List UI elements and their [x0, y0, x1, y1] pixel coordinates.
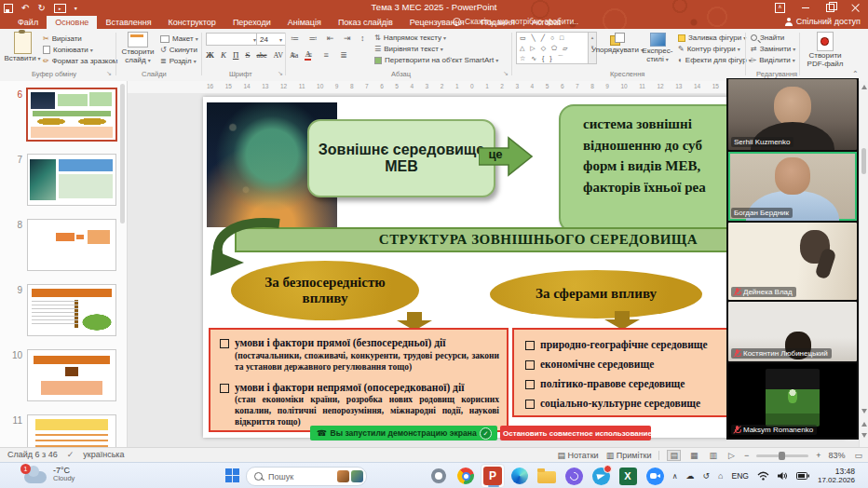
zoom-slider-knob[interactable] — [779, 452, 785, 460]
ellipse-left[interactable]: За безпосередністю впливу — [231, 261, 419, 320]
quick-styles-button[interactable]: Експрес- стилі — [639, 33, 676, 63]
text-direction-button[interactable]: ⇅Напрямок тексту — [374, 34, 446, 42]
select-button[interactable]: ⌲Виділити — [751, 56, 795, 64]
slide-thumbnail[interactable]: 7 — [0, 154, 127, 206]
close-button[interactable] — [843, 0, 868, 16]
slide-title-shape[interactable]: Зовнішнє середовище МЕВ — [307, 119, 495, 197]
slide-thumbnail[interactable]: 8 — [0, 219, 127, 271]
slide-preview[interactable] — [27, 219, 116, 271]
ribbon-tab[interactable]: Вставлення — [97, 16, 159, 29]
normal-view-button[interactable]: ▤ — [667, 450, 681, 461]
start-button[interactable] — [225, 468, 239, 482]
shape-outline-button[interactable]: ✎Контур фігури — [678, 45, 740, 53]
language-switcher[interactable]: ENG — [732, 471, 749, 481]
bullets-numbering-buttons[interactable]: ≔ ≕ ⇤ ⇥ ↕ — [291, 34, 369, 43]
clear-format-button[interactable]: abc — [256, 51, 266, 60]
slide-preview[interactable] — [27, 284, 116, 336]
minimize-button[interactable] — [793, 0, 818, 16]
participant-tile[interactable]: Serhii Kuzmenko — [728, 79, 857, 150]
paste-button[interactable]: Вставити — [6, 32, 39, 62]
taskbar-app-button[interactable] — [481, 464, 505, 488]
scrollbar-thumb[interactable] — [861, 148, 866, 174]
zoom-level[interactable]: 83% — [828, 451, 845, 460]
font-name-combo[interactable]: ▾ — [206, 33, 260, 46]
underline-button[interactable]: П — [233, 50, 239, 60]
reading-view-button[interactable]: ▥ — [708, 451, 720, 460]
shape-effects-button[interactable]: ◐Ефекти для фігур — [678, 56, 752, 64]
zoom-out-button[interactable]: − — [744, 451, 749, 460]
down-arrow-right[interactable] — [604, 311, 640, 330]
format-painter-button[interactable]: ✏Формат за зразком — [43, 57, 117, 65]
zoom-slider[interactable] — [756, 454, 808, 457]
slide-thumbnail[interactable]: 11 — [0, 414, 127, 447]
clipboard-dialog-launcher[interactable]: ↘ — [106, 70, 112, 77]
fit-slide-button[interactable]: ▭ — [852, 451, 864, 460]
bold-button[interactable]: Ж — [206, 50, 214, 60]
taskbar-app-button[interactable] — [508, 464, 532, 488]
vertical-scrollbar[interactable] — [859, 81, 868, 447]
replace-button[interactable]: ⇄Замінити — [751, 45, 795, 53]
stop-share-button[interactable]: Остановить совместное использование — [500, 426, 651, 441]
zoom-in-button[interactable]: + — [816, 451, 821, 460]
participant-tile[interactable]: Дейнека Влад — [728, 223, 857, 300]
font-dialog-launcher[interactable]: ↘ — [278, 70, 283, 77]
section-button[interactable]: ≣Розділ — [160, 57, 197, 65]
taskbar-app-button[interactable] — [535, 464, 559, 488]
scroll-down-icon[interactable] — [861, 409, 867, 413]
restore-button[interactable] — [818, 0, 843, 16]
smartart-button[interactable]: Перетворити на об'єкт SmartArt — [374, 56, 498, 64]
italic-button[interactable]: К — [221, 50, 226, 60]
slide-thumbnail[interactable]: 10 — [0, 349, 127, 401]
previous-slide-icon[interactable] — [861, 422, 867, 427]
slide-preview[interactable] — [27, 349, 116, 401]
align-text-button[interactable]: ☰Вирівняти текст — [374, 45, 443, 53]
font-size-combo[interactable]: 24▾ — [256, 33, 286, 46]
next-slide-icon[interactable] — [861, 433, 867, 438]
taskbar-app-button[interactable] — [454, 464, 478, 488]
slide-preview[interactable] — [26, 88, 117, 142]
taskbar-app-button[interactable] — [562, 464, 586, 488]
participant-tile[interactable]: Богдан Бердник — [728, 152, 857, 221]
comments-button[interactable]: ▥ Примітки — [606, 451, 652, 460]
cloud-sync-icon[interactable]: ☁ — [686, 471, 695, 481]
cut-button[interactable]: ✂Вирізати — [43, 34, 82, 43]
strikethrough-button[interactable]: S — [245, 50, 250, 60]
ribbon-display-options-button[interactable]: ∧ — [767, 0, 793, 16]
slideshow-view-button[interactable]: ▷ — [726, 451, 737, 460]
char-spacing-button[interactable]: AV — [274, 51, 284, 60]
device-icon[interactable]: ⌂ — [718, 471, 723, 481]
scroll-up-icon[interactable] — [861, 85, 867, 89]
ribbon-tab[interactable]: Основне — [47, 16, 97, 29]
ribbon-tab[interactable]: Конструктор — [160, 16, 224, 29]
collapse-ribbon-icon[interactable]: ⌃ — [852, 70, 859, 78]
arrange-button[interactable]: Упорядкувати — [596, 33, 639, 54]
direct-factors-box[interactable]: умови і фактори прямої (безпосередньої) … — [209, 328, 509, 432]
battery-icon[interactable] — [796, 472, 809, 480]
clock-widget[interactable]: 13:48 17.02.2026 — [818, 467, 855, 485]
slide-preview[interactable] — [27, 414, 116, 447]
taskbar-app-button[interactable] — [589, 464, 613, 488]
tray-chevron-icon[interactable]: ∧ — [672, 472, 678, 481]
create-pdf-button[interactable]: Створити PDF-файл — [805, 32, 846, 68]
volume-icon[interactable] — [778, 471, 788, 481]
ribbon-tab[interactable]: Показ слайдів — [330, 16, 401, 29]
find-button[interactable]: Знайти — [751, 34, 784, 42]
slide-preview[interactable] — [27, 154, 116, 206]
language-indicator[interactable]: українська — [83, 450, 124, 459]
participant-tile[interactable]: Костянтин Любинецький — [728, 302, 857, 361]
reset-button[interactable]: ↺Скинути — [160, 46, 197, 54]
layout-button[interactable]: Макет — [160, 34, 198, 43]
taskbar-search[interactable]: Пошук — [246, 467, 367, 486]
tell-me-search[interactable]: Скажіть, що потрібно зробити.. — [453, 17, 578, 26]
thumbnail-scrollbar[interactable] — [120, 84, 125, 224]
participant-tile[interactable]: Maksym Romanenko — [728, 363, 857, 438]
weather-widget[interactable]: 1 -7°C Cloudy — [24, 466, 75, 483]
spellcheck-icon[interactable]: ✓ — [67, 450, 75, 459]
copy-button[interactable]: Копіювати — [43, 46, 93, 54]
taskbar-app-button[interactable] — [643, 464, 667, 488]
paragraph-dialog-launcher[interactable]: ↘ — [503, 70, 509, 77]
slide-sorter-view-button[interactable]: ▦ — [688, 451, 700, 460]
notes-button[interactable]: ▤ Нотатки — [557, 451, 598, 460]
slide-thumbnail[interactable]: 9 — [0, 284, 127, 336]
new-slide-button[interactable]: Створити слайд — [119, 32, 156, 64]
